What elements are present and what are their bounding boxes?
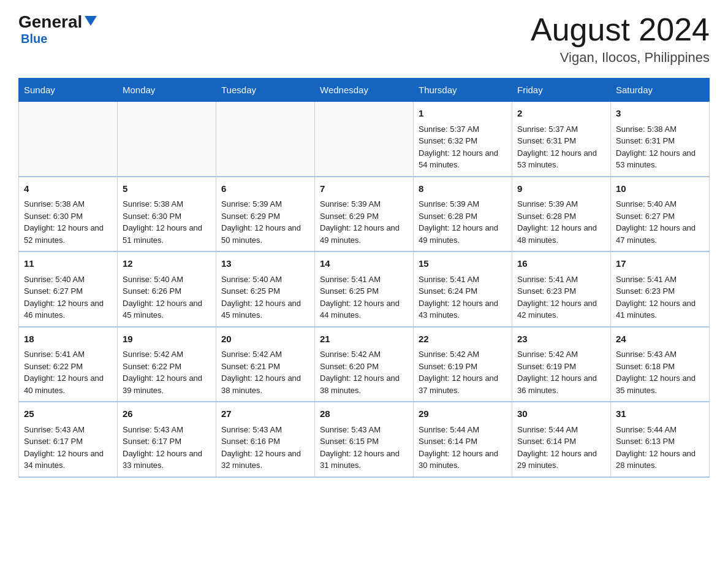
calendar-cell: 7Sunrise: 5:39 AM Sunset: 6:29 PM Daylig… (315, 177, 414, 252)
day-number: 30 (517, 407, 605, 421)
calendar-week-row: 25Sunrise: 5:43 AM Sunset: 6:17 PM Dayli… (19, 402, 710, 477)
day-number: 8 (419, 182, 507, 196)
day-number: 4 (24, 182, 112, 196)
calendar-cell: 13Sunrise: 5:40 AM Sunset: 6:25 PM Dayli… (216, 251, 315, 327)
day-number: 28 (320, 407, 408, 421)
day-number: 5 (123, 182, 211, 196)
subtitle: Vigan, Ilocos, Philippines (531, 50, 710, 66)
day-info: Sunrise: 5:43 AM Sunset: 6:18 PM Dayligh… (616, 348, 704, 396)
logo-blue-text: Blue (21, 32, 47, 45)
calendar-cell: 1Sunrise: 5:37 AM Sunset: 6:32 PM Daylig… (414, 102, 512, 177)
calendar-cell: 28Sunrise: 5:43 AM Sunset: 6:15 PM Dayli… (315, 402, 414, 477)
day-info: Sunrise: 5:39 AM Sunset: 6:29 PM Dayligh… (221, 198, 309, 246)
day-info: Sunrise: 5:43 AM Sunset: 6:17 PM Dayligh… (123, 424, 211, 472)
calendar-cell: 6Sunrise: 5:39 AM Sunset: 6:29 PM Daylig… (216, 177, 315, 252)
day-number: 7 (320, 182, 408, 196)
day-number: 15 (419, 257, 507, 271)
day-number: 31 (616, 407, 704, 421)
day-number: 17 (616, 257, 704, 271)
column-header-monday: Monday (118, 79, 216, 102)
page-header: General Blue August 2024 Vigan, Ilocos, … (18, 12, 710, 66)
day-info: Sunrise: 5:42 AM Sunset: 6:19 PM Dayligh… (419, 348, 507, 396)
day-number: 12 (123, 257, 211, 271)
day-info: Sunrise: 5:44 AM Sunset: 6:14 PM Dayligh… (517, 424, 605, 472)
calendar-cell: 8Sunrise: 5:39 AM Sunset: 6:28 PM Daylig… (414, 177, 512, 252)
column-header-friday: Friday (512, 79, 611, 102)
calendar-cell: 26Sunrise: 5:43 AM Sunset: 6:17 PM Dayli… (118, 402, 216, 477)
calendar-cell: 21Sunrise: 5:42 AM Sunset: 6:20 PM Dayli… (315, 327, 414, 402)
calendar-cell (118, 102, 216, 177)
day-info: Sunrise: 5:40 AM Sunset: 6:27 PM Dayligh… (616, 198, 704, 246)
day-number: 29 (419, 407, 507, 421)
day-number: 22 (419, 332, 507, 347)
column-header-tuesday: Tuesday (216, 79, 315, 102)
calendar-cell: 14Sunrise: 5:41 AM Sunset: 6:25 PM Dayli… (315, 251, 414, 327)
day-info: Sunrise: 5:40 AM Sunset: 6:25 PM Dayligh… (221, 274, 309, 321)
day-number: 10 (616, 182, 704, 196)
day-info: Sunrise: 5:39 AM Sunset: 6:28 PM Dayligh… (419, 198, 507, 246)
calendar-cell: 2Sunrise: 5:37 AM Sunset: 6:31 PM Daylig… (512, 102, 611, 177)
day-info: Sunrise: 5:39 AM Sunset: 6:29 PM Dayligh… (320, 198, 408, 246)
column-header-wednesday: Wednesday (315, 79, 414, 102)
day-info: Sunrise: 5:41 AM Sunset: 6:24 PM Dayligh… (419, 274, 507, 321)
day-info: Sunrise: 5:38 AM Sunset: 6:30 PM Dayligh… (123, 198, 211, 246)
day-info: Sunrise: 5:44 AM Sunset: 6:13 PM Dayligh… (616, 424, 704, 472)
day-number: 2 (517, 107, 605, 121)
calendar-cell: 18Sunrise: 5:41 AM Sunset: 6:22 PM Dayli… (19, 327, 118, 402)
calendar-cell: 31Sunrise: 5:44 AM Sunset: 6:13 PM Dayli… (611, 402, 710, 477)
calendar-week-row: 1Sunrise: 5:37 AM Sunset: 6:32 PM Daylig… (19, 102, 710, 177)
calendar-week-row: 11Sunrise: 5:40 AM Sunset: 6:27 PM Dayli… (19, 251, 710, 327)
calendar-cell (216, 102, 315, 177)
day-number: 16 (517, 257, 605, 271)
day-info: Sunrise: 5:37 AM Sunset: 6:32 PM Dayligh… (419, 123, 507, 171)
day-number: 19 (123, 332, 211, 347)
calendar-cell: 20Sunrise: 5:42 AM Sunset: 6:21 PM Dayli… (216, 327, 315, 402)
day-number: 21 (320, 332, 408, 347)
calendar-cell: 17Sunrise: 5:41 AM Sunset: 6:23 PM Dayli… (611, 251, 710, 327)
day-number: 27 (221, 407, 309, 421)
day-info: Sunrise: 5:43 AM Sunset: 6:15 PM Dayligh… (320, 424, 408, 472)
day-number: 1 (419, 107, 507, 121)
day-info: Sunrise: 5:42 AM Sunset: 6:21 PM Dayligh… (221, 348, 309, 396)
day-number: 9 (517, 182, 605, 196)
calendar-week-row: 18Sunrise: 5:41 AM Sunset: 6:22 PM Dayli… (19, 327, 710, 402)
calendar-cell: 24Sunrise: 5:43 AM Sunset: 6:18 PM Dayli… (611, 327, 710, 402)
day-info: Sunrise: 5:43 AM Sunset: 6:16 PM Dayligh… (221, 424, 309, 472)
main-title: August 2024 (531, 12, 710, 47)
calendar-cell: 11Sunrise: 5:40 AM Sunset: 6:27 PM Dayli… (19, 251, 118, 327)
day-number: 25 (24, 407, 112, 421)
day-info: Sunrise: 5:41 AM Sunset: 6:22 PM Dayligh… (24, 348, 112, 396)
calendar-cell: 4Sunrise: 5:38 AM Sunset: 6:30 PM Daylig… (19, 177, 118, 252)
day-number: 23 (517, 332, 605, 347)
title-section: August 2024 Vigan, Ilocos, Philippines (531, 12, 710, 66)
calendar-cell: 16Sunrise: 5:41 AM Sunset: 6:23 PM Dayli… (512, 251, 611, 327)
calendar-cell: 15Sunrise: 5:41 AM Sunset: 6:24 PM Dayli… (414, 251, 512, 327)
calendar-table: SundayMondayTuesdayWednesdayThursdayFrid… (18, 78, 710, 478)
day-info: Sunrise: 5:37 AM Sunset: 6:31 PM Dayligh… (517, 123, 605, 171)
calendar-cell: 25Sunrise: 5:43 AM Sunset: 6:17 PM Dayli… (19, 402, 118, 477)
day-info: Sunrise: 5:42 AM Sunset: 6:19 PM Dayligh… (517, 348, 605, 396)
calendar-cell (19, 102, 118, 177)
day-number: 26 (123, 407, 211, 421)
calendar-cell: 9Sunrise: 5:39 AM Sunset: 6:28 PM Daylig… (512, 177, 611, 252)
day-number: 6 (221, 182, 309, 196)
calendar-week-row: 4Sunrise: 5:38 AM Sunset: 6:30 PM Daylig… (19, 177, 710, 252)
logo-general-text: General (18, 12, 82, 32)
day-info: Sunrise: 5:42 AM Sunset: 6:22 PM Dayligh… (123, 348, 211, 396)
calendar-cell: 19Sunrise: 5:42 AM Sunset: 6:22 PM Dayli… (118, 327, 216, 402)
calendar-cell: 23Sunrise: 5:42 AM Sunset: 6:19 PM Dayli… (512, 327, 611, 402)
calendar-cell: 12Sunrise: 5:40 AM Sunset: 6:26 PM Dayli… (118, 251, 216, 327)
day-info: Sunrise: 5:38 AM Sunset: 6:30 PM Dayligh… (24, 198, 112, 246)
calendar-header-row: SundayMondayTuesdayWednesdayThursdayFrid… (19, 79, 710, 102)
column-header-sunday: Sunday (19, 79, 118, 102)
day-number: 24 (616, 332, 704, 347)
calendar-cell: 22Sunrise: 5:42 AM Sunset: 6:19 PM Dayli… (414, 327, 512, 402)
calendar-cell (315, 102, 414, 177)
day-number: 14 (320, 257, 408, 271)
calendar-cell: 29Sunrise: 5:44 AM Sunset: 6:14 PM Dayli… (414, 402, 512, 477)
calendar-cell: 30Sunrise: 5:44 AM Sunset: 6:14 PM Dayli… (512, 402, 611, 477)
day-info: Sunrise: 5:39 AM Sunset: 6:28 PM Dayligh… (517, 198, 605, 246)
day-number: 11 (24, 257, 112, 271)
day-number: 13 (221, 257, 309, 271)
logo-triangle-icon (85, 16, 97, 26)
